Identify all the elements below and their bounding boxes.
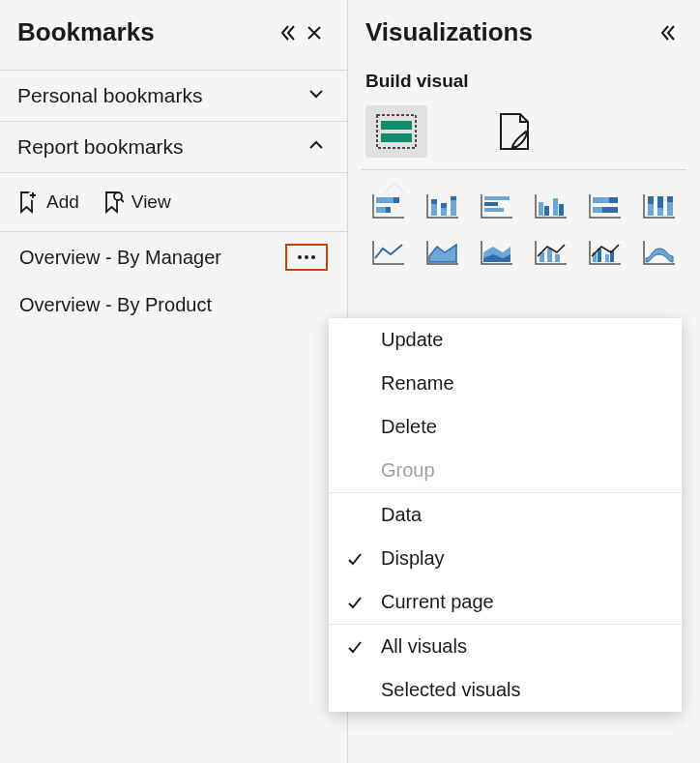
svg-point-1 xyxy=(114,192,122,200)
bookmark-view-icon xyxy=(102,191,124,214)
svg-rect-13 xyxy=(431,199,437,204)
bookmark-actions: Add View xyxy=(0,173,347,231)
add-bookmark-button[interactable]: Add xyxy=(17,191,79,214)
view-bookmark-button[interactable]: View xyxy=(102,191,171,214)
area-chart-icon[interactable] xyxy=(420,234,466,273)
expand-icon[interactable] xyxy=(654,19,681,46)
view-label: View xyxy=(131,191,171,213)
svg-rect-24 xyxy=(553,198,558,216)
svg-rect-15 xyxy=(441,203,447,208)
menu-group: Group xyxy=(329,449,682,492)
bookmark-label: Overview - By Product xyxy=(19,294,328,316)
visual-mode-row xyxy=(348,100,700,169)
svg-rect-19 xyxy=(484,202,498,206)
svg-rect-14 xyxy=(441,208,447,216)
chevron-up-icon xyxy=(306,135,330,159)
svg-rect-5 xyxy=(377,115,416,148)
svg-rect-10 xyxy=(376,207,386,213)
personal-bookmarks-label: Personal bookmarks xyxy=(17,84,306,107)
format-mode-button[interactable] xyxy=(483,105,545,158)
clustered-column-icon[interactable] xyxy=(528,188,574,226)
hundred-stacked-column-icon[interactable] xyxy=(636,188,683,226)
bookmarks-title: Bookmarks xyxy=(17,17,274,47)
svg-rect-7 xyxy=(381,133,412,142)
menu-rename[interactable]: Rename xyxy=(329,362,682,405)
bookmark-add-icon xyxy=(17,191,39,214)
menu-all-visuals[interactable]: All visuals xyxy=(329,625,682,668)
mode-divider xyxy=(362,169,686,170)
table-build-icon xyxy=(373,111,420,152)
svg-point-3 xyxy=(305,255,308,259)
svg-rect-23 xyxy=(544,206,549,216)
close-icon[interactable] xyxy=(301,19,328,46)
svg-point-2 xyxy=(298,255,302,259)
line-chart-icon[interactable] xyxy=(365,234,412,273)
add-label: Add xyxy=(46,191,79,213)
personal-bookmarks-section[interactable]: Personal bookmarks xyxy=(0,70,347,122)
bookmark-label: Overview - By Manager xyxy=(19,247,285,269)
svg-rect-6 xyxy=(381,121,412,130)
report-bookmarks-label: Report bookmarks xyxy=(17,135,306,159)
hundred-stacked-bar-icon[interactable] xyxy=(582,188,628,226)
collapse-icon[interactable] xyxy=(274,19,301,46)
svg-rect-22 xyxy=(539,202,543,216)
check-icon xyxy=(344,636,365,658)
menu-selected-visuals[interactable]: Selected visuals xyxy=(329,668,682,712)
svg-rect-9 xyxy=(394,197,399,203)
visualizations-title: Visualizations xyxy=(365,17,654,47)
build-mode-button[interactable] xyxy=(365,105,427,158)
bookmarks-pane: Bookmarks Personal bookmarks Report book… xyxy=(0,0,348,763)
svg-rect-27 xyxy=(609,197,618,203)
svg-rect-12 xyxy=(431,204,437,216)
menu-display[interactable]: Display xyxy=(329,537,682,580)
ribbon-chart-icon[interactable] xyxy=(636,234,683,273)
svg-point-4 xyxy=(311,255,315,259)
svg-rect-8 xyxy=(376,197,394,203)
svg-rect-38 xyxy=(555,254,560,262)
svg-rect-20 xyxy=(484,208,504,212)
ellipsis-icon xyxy=(297,254,316,260)
stacked-area-icon[interactable] xyxy=(474,234,520,273)
svg-rect-16 xyxy=(451,200,456,216)
svg-rect-41 xyxy=(605,254,609,262)
menu-update[interactable]: Update xyxy=(329,318,682,362)
report-bookmarks-section[interactable]: Report bookmarks xyxy=(0,121,347,173)
svg-rect-18 xyxy=(484,196,510,200)
menu-delete[interactable]: Delete xyxy=(329,405,682,449)
check-icon xyxy=(344,592,365,613)
chevron-down-icon xyxy=(306,84,330,107)
check-icon xyxy=(344,548,365,570)
stacked-column-icon[interactable] xyxy=(420,188,466,226)
svg-rect-11 xyxy=(386,207,391,213)
page-brush-icon xyxy=(493,110,536,153)
svg-rect-37 xyxy=(547,249,552,262)
svg-rect-35 xyxy=(667,196,673,202)
svg-rect-31 xyxy=(648,196,654,204)
svg-rect-29 xyxy=(602,207,618,213)
line-clustered-column-icon[interactable] xyxy=(582,234,628,273)
stacked-bar-icon[interactable] xyxy=(365,188,412,226)
line-stacked-column-icon[interactable] xyxy=(528,234,574,273)
bookmark-item[interactable]: Overview - By Product xyxy=(0,282,347,328)
menu-current-page[interactable]: Current page xyxy=(329,580,682,624)
svg-rect-33 xyxy=(657,196,663,208)
visualizations-header: Visualizations xyxy=(348,0,700,71)
svg-rect-17 xyxy=(451,196,456,200)
bookmarks-header: Bookmarks xyxy=(0,0,347,71)
bookmark-item[interactable]: Overview - By Manager xyxy=(0,232,347,282)
menu-data[interactable]: Data xyxy=(329,493,682,537)
svg-rect-25 xyxy=(559,204,564,216)
bookmark-context-menu: Update Rename Delete Group Data Display … xyxy=(329,318,682,712)
mode-pointer-icon xyxy=(385,184,404,193)
build-visual-label: Build visual xyxy=(348,71,700,100)
more-options-button[interactable] xyxy=(285,244,328,271)
clustered-bar-icon[interactable] xyxy=(474,188,520,226)
